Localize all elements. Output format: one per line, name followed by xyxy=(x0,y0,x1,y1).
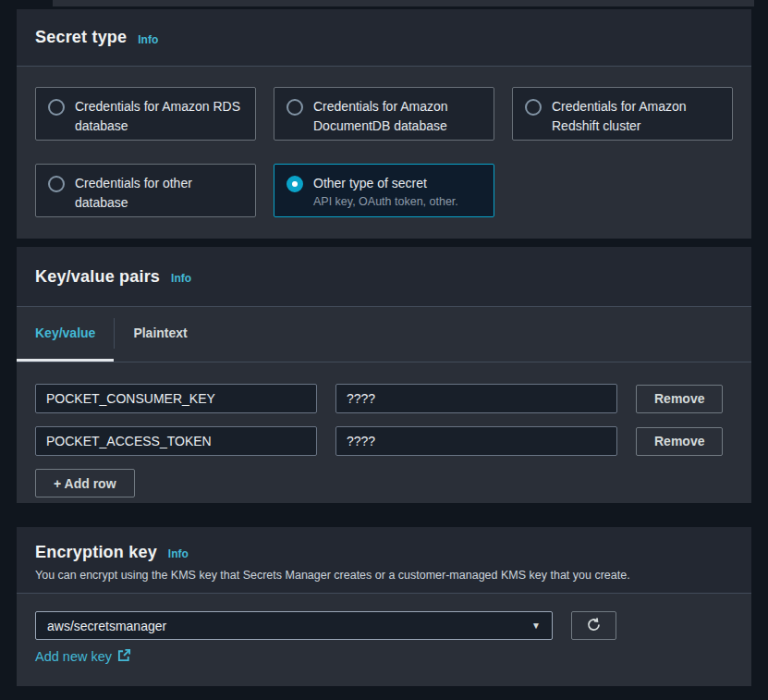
kms-key-select-value: aws/secretsmanager xyxy=(47,619,166,633)
chevron-down-icon: ▼ xyxy=(531,620,541,631)
radio-icon[interactable] xyxy=(48,176,65,192)
value-input-0[interactable] xyxy=(335,384,617,413)
refresh-icon xyxy=(586,617,602,635)
radio-card-sublabel: API key, OAuth token, other. xyxy=(313,194,458,210)
keyvalue-tabbar: Key/value Plaintext xyxy=(17,307,751,362)
remove-button-1[interactable]: Remove xyxy=(636,427,723,456)
secret-type-header: Secret type Info xyxy=(17,9,751,67)
tab-plaintext[interactable]: Plaintext xyxy=(115,307,205,362)
encryption-header: Encryption key Info You can encrypt usin… xyxy=(17,527,751,594)
radio-card-label: Credentials for other database xyxy=(75,174,243,213)
radio-card-label: Other type of secret xyxy=(313,176,427,190)
secret-type-panel: Secret type Info Credentials for Amazon … xyxy=(17,9,751,239)
remove-button-0[interactable]: Remove xyxy=(636,385,723,413)
radio-card-documentdb[interactable]: Credentials for Amazon DocumentDB databa… xyxy=(274,87,494,141)
key-input-1[interactable] xyxy=(35,426,317,456)
kms-key-select[interactable]: aws/secretsmanager ▼ xyxy=(35,611,553,640)
radio-icon[interactable] xyxy=(48,99,65,116)
keyvalue-body: Remove Remove + Add row xyxy=(17,362,751,497)
radio-selected-icon[interactable] xyxy=(286,176,303,192)
panel-title: Secret type xyxy=(35,28,127,47)
radio-card-other-database[interactable]: Credentials for other database xyxy=(35,164,256,217)
keyvalue-row: Remove xyxy=(35,384,733,413)
value-input-1[interactable] xyxy=(335,426,617,456)
radio-card-label: Credentials for Amazon Redshift cluster xyxy=(552,97,720,136)
encryption-description: You can encrypt using the KMS key that S… xyxy=(35,569,733,582)
panel-title: Encryption key xyxy=(35,543,157,562)
add-new-key-link[interactable]: Add new key xyxy=(35,648,131,665)
radio-card-rds[interactable]: Credentials for Amazon RDS database xyxy=(35,87,256,141)
radio-card-label: Credentials for Amazon RDS database xyxy=(75,97,243,136)
partial-panel-edge-above xyxy=(53,0,754,6)
radio-card-label: Credentials for Amazon DocumentDB databa… xyxy=(313,97,482,136)
secret-type-options: Credentials for Amazon RDS database Cred… xyxy=(17,67,751,238)
radio-icon[interactable] xyxy=(525,99,542,116)
radio-card-redshift[interactable]: Credentials for Amazon Redshift cluster xyxy=(512,87,733,141)
keyvalue-row: Remove xyxy=(35,426,733,456)
external-link-icon xyxy=(117,648,131,665)
info-link[interactable]: Info xyxy=(168,547,189,560)
encryption-key-panel: Encryption key Info You can encrypt usin… xyxy=(17,527,751,686)
key-input-0[interactable] xyxy=(35,384,317,413)
info-link[interactable]: Info xyxy=(138,33,158,46)
keyvalue-pairs-panel: Key/value pairs Info Key/value Plaintext… xyxy=(17,247,751,503)
add-new-key-label: Add new key xyxy=(35,649,112,664)
add-row-button[interactable]: + Add row xyxy=(35,469,135,497)
radio-card-other-secret[interactable]: Other type of secret API key, OAuth toke… xyxy=(274,164,494,217)
info-link[interactable]: Info xyxy=(171,272,191,285)
encryption-body: aws/secretsmanager ▼ Add new key xyxy=(17,594,751,665)
tab-keyvalue[interactable]: Key/value xyxy=(17,307,114,362)
panel-title: Key/value pairs xyxy=(35,267,160,287)
keyvalue-header: Key/value pairs Info xyxy=(17,247,751,307)
radio-icon[interactable] xyxy=(286,99,303,116)
refresh-button[interactable] xyxy=(571,611,616,640)
